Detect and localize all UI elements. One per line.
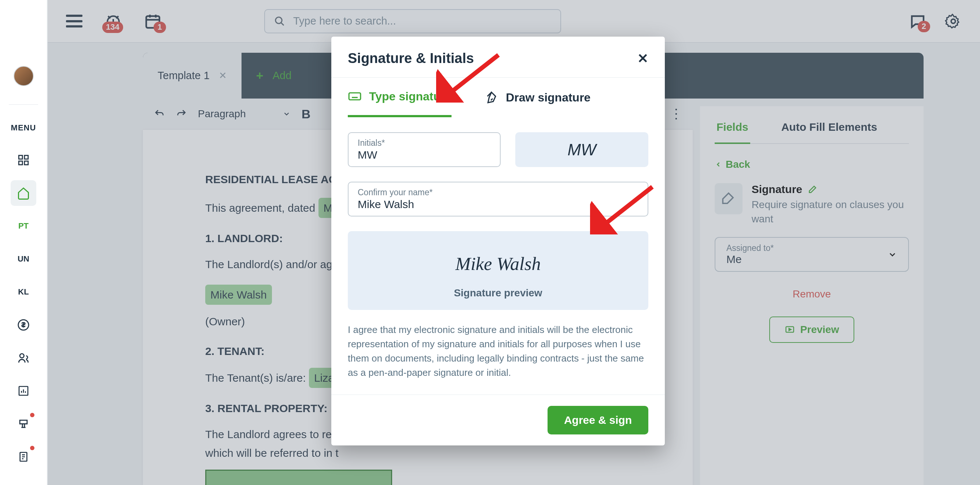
- svg-rect-1: [25, 155, 28, 159]
- sidebar-item-kl[interactable]: KL: [11, 279, 36, 305]
- sidebar-item-un[interactable]: UN: [11, 246, 36, 272]
- sidebar-item-analytics[interactable]: [11, 378, 36, 404]
- agree-sign-button[interactable]: Agree & sign: [547, 406, 648, 434]
- svg-rect-2: [19, 161, 22, 165]
- close-icon[interactable]: ✕: [637, 51, 648, 66]
- app-sidebar: MENU PT UN KL: [0, 0, 48, 485]
- svg-rect-13: [349, 93, 361, 100]
- modal-title: Signature & Initials: [348, 51, 474, 66]
- initials-preview: MW: [515, 132, 648, 167]
- sidebar-item-dashboard[interactable]: [11, 147, 36, 173]
- signature-preview: Mike Walsh Signature preview: [348, 231, 648, 310]
- sidebar-item-pt[interactable]: PT: [11, 213, 36, 239]
- keyboard-icon: [348, 89, 362, 103]
- svg-rect-0: [19, 155, 22, 159]
- sidebar-item-design[interactable]: [11, 411, 36, 437]
- name-input[interactable]: Confirm your name* Mike Walsh: [348, 182, 648, 216]
- agree-text: I agree that my electronic signature and…: [348, 323, 648, 380]
- sidebar-item-people[interactable]: [11, 345, 36, 371]
- avatar[interactable]: [14, 66, 34, 86]
- svg-point-5: [20, 354, 24, 358]
- tab-draw-signature[interactable]: Draw signature: [485, 78, 590, 117]
- menu-heading: MENU: [11, 123, 36, 133]
- sidebar-item-billing[interactable]: [11, 312, 36, 338]
- pen-nib-icon: [485, 91, 498, 104]
- tab-type-signature[interactable]: Type signature: [348, 78, 452, 117]
- sidebar-item-home[interactable]: [11, 180, 36, 206]
- sidebar-item-docs[interactable]: [11, 444, 36, 470]
- signature-modal: Signature & Initials ✕ Type signature Dr…: [331, 37, 665, 445]
- svg-rect-3: [25, 161, 28, 165]
- initials-input[interactable]: Initials* MW: [348, 132, 501, 167]
